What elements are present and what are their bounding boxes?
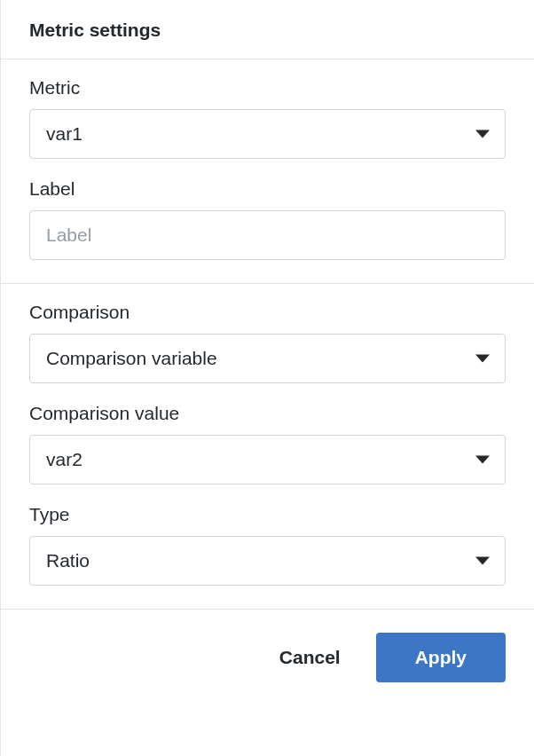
comparison-value-select-value: var2 xyxy=(46,449,82,470)
label-field-label: Label xyxy=(29,178,506,200)
panel-footer: Cancel Apply xyxy=(1,610,534,705)
section-comparison: Comparison Comparison variable Compariso… xyxy=(1,284,534,610)
comparison-label: Comparison xyxy=(29,302,506,323)
metric-select-wrapper: var1 xyxy=(29,109,506,159)
label-input[interactable] xyxy=(29,210,506,260)
comparison-value-select-wrapper: var2 xyxy=(29,435,506,484)
form-group-type: Type Ratio xyxy=(29,504,506,586)
section-metric: Metric var1 Label xyxy=(1,59,534,284)
form-group-label: Label xyxy=(29,178,506,260)
metric-label: Metric xyxy=(29,77,506,98)
form-group-comparison-value: Comparison value var2 xyxy=(29,403,506,484)
type-select-wrapper: Ratio xyxy=(29,536,506,586)
metric-settings-panel: Metric settings Metric var1 Label Compar… xyxy=(0,0,534,756)
metric-select[interactable]: var1 xyxy=(29,109,506,159)
apply-button[interactable]: Apply xyxy=(376,633,506,682)
type-select-value: Ratio xyxy=(46,550,90,571)
cancel-button[interactable]: Cancel xyxy=(272,634,348,681)
comparison-value-select[interactable]: var2 xyxy=(29,435,506,484)
type-select[interactable]: Ratio xyxy=(29,536,506,586)
type-label: Type xyxy=(29,504,506,525)
comparison-select-wrapper: Comparison variable xyxy=(29,334,506,383)
panel-title: Metric settings xyxy=(29,20,506,41)
comparison-select-value: Comparison variable xyxy=(46,348,217,369)
metric-select-value: var1 xyxy=(46,123,82,145)
form-group-comparison: Comparison Comparison variable xyxy=(29,302,506,383)
comparison-select[interactable]: Comparison variable xyxy=(29,334,506,383)
comparison-value-label: Comparison value xyxy=(29,403,506,424)
form-group-metric: Metric var1 xyxy=(29,77,506,159)
panel-header: Metric settings xyxy=(1,0,534,59)
